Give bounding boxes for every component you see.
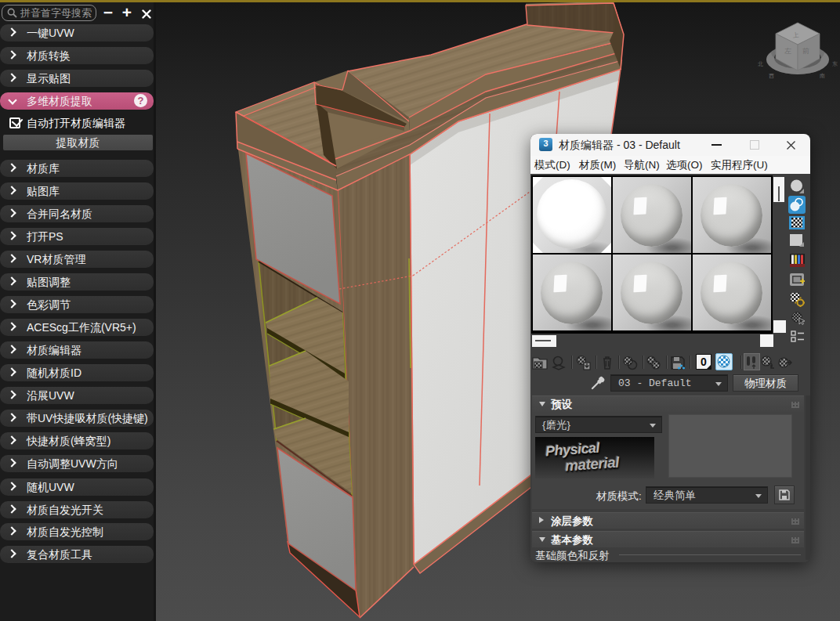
svg-text:东: 东 xyxy=(832,61,838,67)
svg-text:前: 前 xyxy=(802,47,809,55)
svg-text:南: 南 xyxy=(820,73,825,78)
svg-text:北: 北 xyxy=(758,61,763,67)
svg-text:左: 左 xyxy=(784,47,791,55)
svg-text:西: 西 xyxy=(769,73,774,79)
svg-text:上: 上 xyxy=(791,31,799,39)
